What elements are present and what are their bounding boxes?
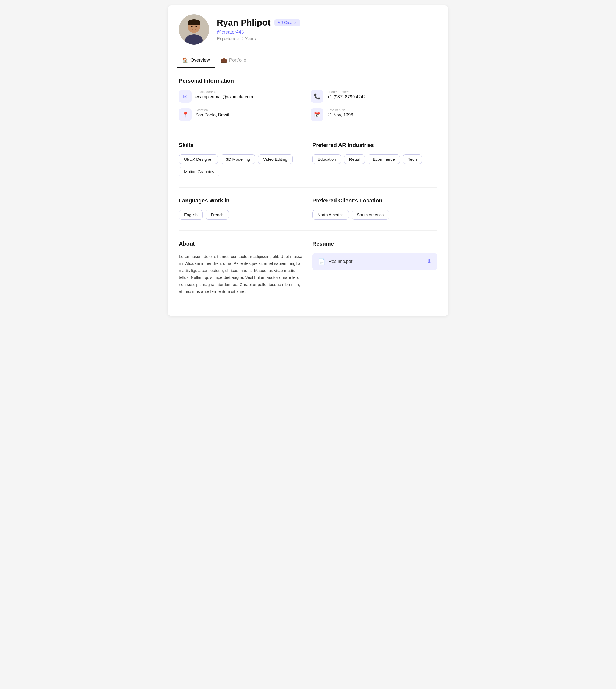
location-value: Sao Paolo, Brasil (195, 113, 229, 117)
profile-info: Ryan Phlipot AR Creator @creator445 Expe… (217, 18, 300, 42)
phone-text: Phone number +1 (987) 8790 4242 (327, 90, 366, 99)
phone-icon: 📞 (311, 90, 323, 103)
location-label: Location (195, 108, 229, 112)
resume-file-left: 📄 Resume.pdf (318, 258, 352, 265)
skill-tag-2: Video Editing (258, 154, 293, 164)
tab-portfolio[interactable]: 💼 Portfolio (215, 53, 252, 68)
email-value: exampleemail@example.com (195, 94, 253, 99)
tab-overview-label: Overview (191, 58, 210, 63)
dob-card: 📅 Date of birth 21 Nov, 1996 (311, 108, 437, 121)
language-tag-1: French (205, 210, 229, 220)
preferred-location-title: Preferred Client's Location (312, 198, 437, 204)
industry-tag-2: Ecommerce (368, 154, 400, 164)
location-text: Location Sao Paolo, Brasil (195, 108, 229, 117)
file-icon: 📄 (318, 258, 325, 265)
about-title: About (179, 241, 304, 247)
main-content: Personal Information ✉ Email address exa… (168, 68, 448, 316)
personal-information-section: Personal Information ✉ Email address exa… (179, 78, 437, 121)
about-text: Lorem ipsum dolor sit amet, consectetur … (179, 253, 304, 295)
svg-point-5 (191, 26, 193, 27)
location-card: 📍 Location Sao Paolo, Brasil (179, 108, 305, 121)
languages-tags: English French (179, 210, 304, 220)
tab-portfolio-label: Portfolio (229, 58, 246, 63)
email-text: Email address exampleemail@example.com (195, 90, 253, 99)
skill-tag-1: 3D Modelling (221, 154, 255, 164)
home-icon: 🏠 (182, 57, 188, 63)
location-icon: 📍 (179, 108, 192, 121)
resume-file-box: 📄 Resume.pdf ⬇ (312, 253, 437, 270)
ar-creator-badge: AR Creator (274, 19, 300, 26)
languages-section: Languages Work in English French (179, 198, 304, 220)
tab-overview[interactable]: 🏠 Overview (177, 53, 215, 68)
personal-info-grid: ✉ Email address exampleemail@example.com… (179, 90, 437, 121)
skill-tag-3: Motion Graphics (179, 167, 219, 176)
phone-card: 📞 Phone number +1 (987) 8790 4242 (311, 90, 437, 103)
avatar-image (179, 14, 209, 45)
language-tag-0: English (179, 210, 203, 220)
skills-title: Skills (179, 142, 304, 148)
resume-section: Resume 📄 Resume.pdf ⬇ (312, 241, 437, 295)
divider-3 (179, 230, 437, 231)
preferred-location-tags: North America South America (312, 210, 437, 220)
dob-value: 21 Nov, 1996 (327, 113, 353, 117)
resume-title: Resume (312, 241, 437, 247)
resume-filename: Resume.pdf (329, 259, 352, 264)
download-icon[interactable]: ⬇ (427, 258, 432, 265)
email-card: ✉ Email address exampleemail@example.com (179, 90, 305, 103)
email-label: Email address (195, 90, 253, 94)
ar-industries-title: Preferred AR Industries (312, 142, 437, 148)
profile-experience: Experience: 2 Years (217, 37, 300, 42)
languages-location-row: Languages Work in English French Preferr… (179, 198, 437, 220)
industry-tag-1: Retail (344, 154, 365, 164)
industry-tag-3: Tech (403, 154, 422, 164)
avatar (179, 14, 209, 45)
languages-title: Languages Work in (179, 198, 304, 204)
profile-name: Ryan Phlipot (217, 18, 271, 28)
page-container: Ryan Phlipot AR Creator @creator445 Expe… (168, 5, 448, 316)
ar-industries-tags: Education Retail Ecommerce Tech (312, 154, 437, 164)
skills-tags: UI/UX Designer 3D Modelling Video Editin… (179, 154, 304, 176)
skills-section: Skills UI/UX Designer 3D Modelling Video… (179, 142, 304, 176)
location-tag-1: South America (352, 210, 389, 220)
about-section: About Lorem ipsum dolor sit amet, consec… (179, 241, 304, 295)
phone-value: +1 (987) 8790 4242 (327, 94, 366, 99)
preferred-location-section: Preferred Client's Location North Americ… (312, 198, 437, 220)
svg-point-6 (196, 26, 197, 27)
profile-name-row: Ryan Phlipot AR Creator (217, 18, 300, 28)
preferred-ar-industries-section: Preferred AR Industries Education Retail… (312, 142, 437, 176)
skill-tag-0: UI/UX Designer (179, 154, 218, 164)
nav-tabs: 🏠 Overview 💼 Portfolio (168, 53, 448, 68)
profile-username: @creator445 (217, 29, 300, 35)
about-resume-row: About Lorem ipsum dolor sit amet, consec… (179, 241, 437, 295)
industry-tag-0: Education (312, 154, 341, 164)
profile-header: Ryan Phlipot AR Creator @creator445 Expe… (168, 5, 448, 50)
email-icon: ✉ (179, 90, 192, 103)
svg-rect-4 (188, 22, 200, 25)
dob-text: Date of birth 21 Nov, 1996 (327, 108, 353, 117)
dob-label: Date of birth (327, 108, 353, 112)
briefcase-icon: 💼 (221, 57, 227, 63)
location-tag-0: North America (312, 210, 349, 220)
calendar-icon: 📅 (311, 108, 323, 121)
personal-info-title: Personal Information (179, 78, 437, 84)
skills-industries-row: Skills UI/UX Designer 3D Modelling Video… (179, 142, 437, 176)
phone-label: Phone number (327, 90, 366, 94)
